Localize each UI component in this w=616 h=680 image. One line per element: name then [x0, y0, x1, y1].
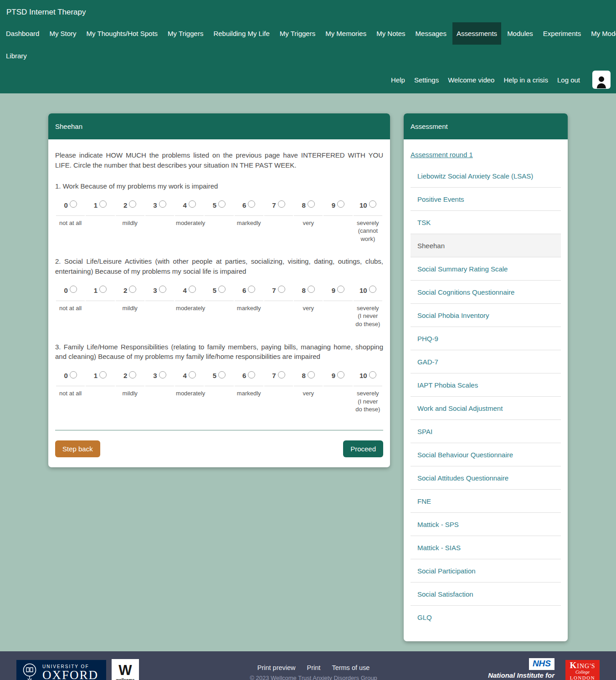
scale-radio-q1-6[interactable]	[248, 200, 255, 208]
assessment-link-sheehan[interactable]: Sheehan	[411, 234, 561, 257]
assessment-link-social-attitudes-questionnaire[interactable]: Social Attitudes Questionnaire	[411, 466, 561, 490]
assessment-link-positive-events[interactable]: Positive Events	[411, 188, 561, 211]
scale-radio-q3-1[interactable]	[99, 371, 107, 378]
scale-radio-q3-5[interactable]	[218, 371, 226, 378]
scale-radio-q3-4[interactable]	[189, 371, 196, 378]
kings-college-logo: KING'S College LONDON	[565, 660, 600, 680]
assessment-link-work-and-social-adjustment[interactable]: Work and Social Adjustment	[411, 397, 561, 420]
scale-radio-q3-2[interactable]	[129, 371, 136, 378]
scale-label-cell: very	[294, 215, 323, 246]
proceed-button[interactable]: Proceed	[343, 440, 383, 457]
scale-radio-q3-3[interactable]	[159, 371, 166, 378]
scale-radio-q1-0[interactable]	[70, 200, 77, 208]
scale-option-4: 4	[175, 367, 204, 386]
user-icon	[595, 75, 608, 89]
footer-link-print[interactable]: Print	[307, 664, 321, 671]
scale-radio-q1-9[interactable]	[337, 200, 344, 208]
step-back-button[interactable]: Step back	[55, 440, 100, 457]
nav-item-my-triggers[interactable]: My Triggers	[164, 22, 207, 45]
nav-item-messages[interactable]: Messages	[411, 22, 451, 45]
scale-label-cell	[145, 301, 174, 331]
nav-item-my-triggers[interactable]: My Triggers	[276, 22, 319, 45]
assessment-link-liebowitz-social-anxiety-scale-lsas[interactable]: Liebowitz Social Anxiety Scale (LSAS)	[411, 164, 561, 188]
scale-radio-q2-0[interactable]	[70, 286, 77, 293]
scale-label-cell	[145, 386, 174, 416]
scale-number: 5	[213, 201, 216, 209]
scale-number: 4	[183, 286, 187, 294]
scale-radio-q2-9[interactable]	[337, 286, 344, 293]
nav-item-my-thoughts-hot-spots[interactable]: My Thoughts/Hot Spots	[82, 22, 162, 45]
assessment-link-iapt-phobia-scales[interactable]: IAPT Phobia Scales	[411, 373, 561, 397]
assessment-link-gad-7[interactable]: GAD-7	[411, 350, 561, 373]
scale-option-5: 5	[205, 367, 233, 386]
scale-radio-q3-8[interactable]	[308, 371, 315, 378]
scale-radio-q1-7[interactable]	[278, 200, 285, 208]
scale-radio-q3-0[interactable]	[70, 371, 77, 378]
nav-item-my-notes[interactable]: My Notes	[372, 22, 409, 45]
assessment-link-glq[interactable]: GLQ	[411, 606, 561, 629]
scale-radio-q2-8[interactable]	[308, 286, 315, 293]
util-link-welcome-video[interactable]: Welcome video	[448, 73, 494, 87]
util-link-help[interactable]: Help	[391, 73, 405, 87]
scale-option-2: 2	[116, 367, 144, 386]
nav-item-assessments[interactable]: Assessments	[452, 22, 501, 45]
nav-item-experiments[interactable]: Experiments	[539, 22, 585, 45]
scale-label-cell	[205, 386, 233, 416]
assessment-link-social-satisfaction[interactable]: Social Satisfaction	[411, 583, 561, 606]
assessment-link-social-participation[interactable]: Social Participation	[411, 559, 561, 583]
util-link-log-out[interactable]: Log out	[557, 73, 580, 87]
scale-radio-q1-3[interactable]	[159, 200, 166, 208]
scale-radio-q2-5[interactable]	[218, 286, 226, 293]
scale-option-9: 9	[323, 367, 352, 386]
scale-radio-q2-4[interactable]	[189, 286, 196, 293]
assessment-link-social-summary-rating-scale[interactable]: Social Summary Rating Scale	[411, 257, 561, 281]
util-link-help-in-a-crisis[interactable]: Help in a crisis	[503, 73, 548, 87]
scale-radio-q2-3[interactable]	[159, 286, 166, 293]
assessment-link-mattick-sps[interactable]: Mattick - SPS	[411, 513, 561, 536]
util-link-settings[interactable]: Settings	[414, 73, 439, 87]
nav-item-modules[interactable]: Modules	[503, 22, 537, 45]
question-block: 2. Social Life/Leisure Activities (with …	[55, 256, 383, 331]
scale-radio-q2-1[interactable]	[99, 286, 107, 293]
assessment-link-mattick-sias[interactable]: Mattick - SIAS	[411, 536, 561, 559]
scale-number: 10	[359, 201, 367, 209]
scale-radio-q3-9[interactable]	[337, 371, 344, 378]
scale-radio-q2-10[interactable]	[369, 286, 376, 293]
assessment-round-link[interactable]: Assessment round 1	[411, 144, 561, 164]
scale-radio-q2-6[interactable]	[248, 286, 255, 293]
nav-item-rebuilding-my-life[interactable]: Rebuilding My Life	[209, 22, 273, 45]
footer-link-terms-of-use[interactable]: Terms of use	[332, 664, 370, 671]
assessment-link-social-cognitions-questionnaire[interactable]: Social Cognitions Questionnaire	[411, 281, 561, 304]
scale-radio-q2-7[interactable]	[278, 286, 285, 293]
question-text: 1. Work Because of my problems my work i…	[55, 181, 383, 191]
nav-item-my-memories[interactable]: My Memories	[321, 22, 370, 45]
assessment-link-phq-9[interactable]: PHQ-9	[411, 327, 561, 350]
profile-button[interactable]	[592, 71, 611, 89]
scale-radio-q1-2[interactable]	[129, 200, 136, 208]
scale-radio-q1-8[interactable]	[308, 200, 315, 208]
rating-scale: 012345678910 not at allmildlymoderatelym…	[55, 367, 383, 416]
scale-number: 1	[94, 286, 98, 294]
nav-item-my-model[interactable]: My Model	[587, 22, 616, 45]
scale-label-cell: moderately	[175, 301, 204, 331]
assessment-link-social-behaviour-questionnaire[interactable]: Social Behaviour Questionnaire	[411, 443, 561, 466]
scale-radio-q3-6[interactable]	[248, 371, 255, 378]
nav-item-library[interactable]: Library	[2, 45, 31, 67]
scale-radio-q1-10[interactable]	[369, 200, 376, 208]
scale-radio-q1-4[interactable]	[189, 200, 196, 208]
assessment-link-spai[interactable]: SPAI	[411, 420, 561, 443]
assessment-link-social-phobia-inventory[interactable]: Social Phobia Inventory	[411, 304, 561, 327]
scale-option-3: 3	[145, 282, 174, 301]
assessment-link-tsk[interactable]: TSK	[411, 211, 561, 234]
scale-radio-q2-2[interactable]	[129, 286, 136, 293]
scale-option-0: 0	[56, 196, 85, 215]
footer-link-print-preview[interactable]: Print preview	[257, 664, 296, 671]
scale-radio-q3-10[interactable]	[369, 371, 376, 378]
oxford-crest-icon	[21, 662, 38, 680]
assessment-link-fne[interactable]: FNE	[411, 490, 561, 513]
nav-item-dashboard[interactable]: Dashboard	[2, 22, 43, 45]
scale-radio-q1-5[interactable]	[218, 200, 226, 208]
nav-item-my-story[interactable]: My Story	[45, 22, 80, 45]
scale-radio-q1-1[interactable]	[99, 200, 107, 208]
scale-radio-q3-7[interactable]	[278, 371, 285, 378]
